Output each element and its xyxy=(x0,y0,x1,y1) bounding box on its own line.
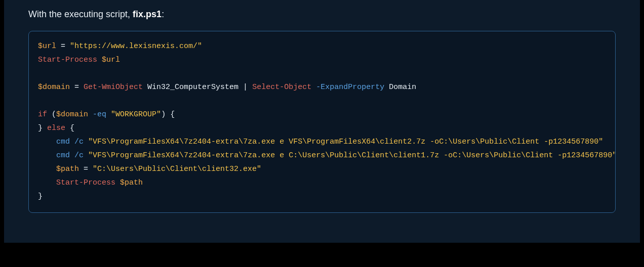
code-token: if xyxy=(38,110,47,119)
code-token: } xyxy=(38,192,43,201)
code-indent xyxy=(38,138,56,146)
code-token: { xyxy=(65,124,74,132)
code-token: cmd xyxy=(56,138,70,146)
code-token xyxy=(70,151,74,160)
code-token: $domain xyxy=(56,110,88,119)
code-token: Win32_ComputerSystem xyxy=(147,83,238,92)
code-token xyxy=(84,151,88,160)
code-token: "https://www.lexisnexis.com/" xyxy=(70,42,202,51)
code-block[interactable]: $url = "https://www.lexisnexis.com/" Sta… xyxy=(28,31,616,213)
code-indent xyxy=(38,165,56,173)
caption-suffix: : xyxy=(162,9,164,19)
code-token: $path xyxy=(56,165,79,173)
code-token: = xyxy=(70,83,84,92)
code-token xyxy=(115,179,120,187)
code-token xyxy=(97,56,102,64)
code-token: Get-WmiObject xyxy=(84,83,143,92)
code-token: Domain xyxy=(389,83,416,92)
code-token: Start-Process xyxy=(38,56,97,64)
code-token: Select-Object xyxy=(252,83,311,92)
code-token xyxy=(106,110,111,119)
code-token xyxy=(384,83,389,92)
code-token: -ExpandProperty xyxy=(316,83,384,92)
code-token: = xyxy=(56,42,70,51)
code-token: else xyxy=(47,124,65,132)
code-token xyxy=(70,138,74,146)
code-token: } xyxy=(38,124,47,132)
code-token: /c xyxy=(74,138,84,146)
content-panel: With the executing script, fix.ps1: $url… xyxy=(4,0,640,243)
code-token xyxy=(88,110,93,119)
code-token: "VFS\ProgramFilesX64\7z2404-extra\7za.ex… xyxy=(88,138,603,146)
code-token: $url xyxy=(102,56,120,64)
code-token xyxy=(84,138,88,146)
code-token: = xyxy=(79,165,93,173)
code-token: ( xyxy=(47,110,56,119)
code-token: ) { xyxy=(161,110,175,119)
code-token: cmd xyxy=(56,151,70,160)
code-token: $url xyxy=(38,42,56,51)
code-indent xyxy=(38,151,56,160)
caption-filename: fix.ps1 xyxy=(133,9,162,19)
code-token: Start-Process xyxy=(56,179,115,187)
code-token: /c xyxy=(74,151,84,160)
code-token xyxy=(311,83,316,92)
code-indent xyxy=(38,179,56,187)
code-token: "VFS\ProgramFilesX64\7z2404-extra\7za.ex… xyxy=(88,151,616,160)
caption-prefix: With the executing script, xyxy=(28,9,133,19)
code-token: -eq xyxy=(93,110,106,119)
code-token: | xyxy=(238,83,252,92)
code-token xyxy=(143,83,147,92)
code-token: $path xyxy=(120,179,143,187)
code-token: "WORKGROUP" xyxy=(111,110,161,119)
code-token: "C:\Users\Public\Client\client32.exe" xyxy=(93,165,261,173)
caption-line: With the executing script, fix.ps1: xyxy=(28,9,616,20)
code-token: $domain xyxy=(38,83,70,92)
